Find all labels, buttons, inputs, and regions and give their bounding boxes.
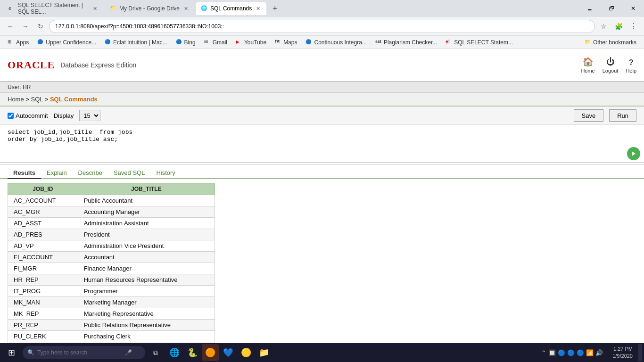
systray-up-icon[interactable]: ⌃	[541, 349, 546, 356]
mic-icon: 🎤	[125, 349, 132, 356]
taskbar-app-snake[interactable]: 🐍	[184, 344, 201, 361]
oracle-text: ORACLE	[8, 59, 55, 71]
forward-button[interactable]: →	[19, 20, 32, 33]
cell-job-title: Accounting Manager	[78, 206, 215, 218]
volume-icon[interactable]: 🔊	[595, 349, 603, 356]
bookmark-star[interactable]: ☆	[597, 20, 610, 33]
tab-describe[interactable]: Describe	[73, 167, 108, 178]
task-view-button[interactable]: ⧉	[147, 344, 164, 361]
breadcrumb-sql[interactable]: SQL	[31, 96, 43, 103]
back-button[interactable]: ←	[4, 20, 17, 33]
breadcrumb-home[interactable]: Home	[8, 96, 24, 103]
table-row: AD_PRESPresident	[8, 229, 215, 240]
tab-saved-sql[interactable]: Saved SQL	[108, 167, 151, 178]
cell-job-id: AC_ACCOUNT	[8, 195, 78, 206]
search-icon: 🔍	[27, 349, 34, 356]
bookmark-maps[interactable]: 🗺 Maps	[271, 38, 301, 47]
new-tab-button[interactable]: +	[268, 2, 281, 15]
autocommit-container: Autocommit	[8, 112, 48, 119]
apex-header: ORACLE Database Express Edition 🏠 Home ⏻…	[0, 49, 644, 82]
search-bar[interactable]: 🔍 🎤	[23, 346, 145, 359]
display-select[interactable]: 5 10 15 25 50	[79, 110, 100, 121]
taskbar-clock[interactable]: 1:27 PM 1/9/2020	[609, 346, 636, 360]
tab1-close[interactable]: ✕	[91, 5, 99, 12]
tab3-close[interactable]: ✕	[255, 5, 262, 12]
bookmark-upper[interactable]: 🔵 Upper Confidence...	[33, 38, 100, 47]
tab-explain[interactable]: Explain	[41, 167, 73, 178]
systray-icon-2: 🔲	[548, 349, 556, 356]
run-icon-button[interactable]	[627, 147, 640, 160]
sql-editor-area: select job_id,job_title from jobs order …	[0, 125, 644, 165]
tab1-label: SQL SELECT Statement | SQL SEL...	[18, 2, 89, 15]
help-nav-item[interactable]: ? Help	[626, 58, 636, 74]
tab-sql-commands[interactable]: 🌐 SQL Commands ✕	[196, 2, 266, 15]
tabs-container: e! SQL SELECT Statement | SQL SEL... ✕ 📁…	[4, 2, 640, 15]
window-controls: 🗕 🗗 ✕	[579, 0, 644, 17]
upper-favicon: 🔵	[37, 39, 44, 46]
results-tabs: Results Explain Describe Saved SQL Histo…	[0, 165, 644, 179]
tab-results[interactable]: Results	[8, 167, 41, 179]
home-nav-item[interactable]: 🏠 Home	[581, 57, 594, 74]
systray: ⌃ 🔲 🔵 🔵 🔵 📶 🔊	[537, 349, 607, 356]
search-input[interactable]	[37, 349, 122, 356]
bookmarks-bar: ⊞ Apps 🔵 Upper Confidence... 🔵 Eclat Int…	[0, 36, 644, 49]
plagiarism-favicon: sst	[375, 39, 382, 46]
sql-editor[interactable]: select job_id,job_title from jobs order …	[0, 125, 644, 163]
autocommit-checkbox[interactable]	[8, 113, 14, 119]
display-label: Display	[54, 112, 74, 119]
apex-nav-icons: 🏠 Home ⏻ Logout ? Help	[581, 57, 636, 74]
bookmark-apps[interactable]: ⊞ Apps	[4, 38, 33, 47]
col-job-title: JOB_TITLE	[78, 183, 215, 195]
reload-button[interactable]: ↻	[34, 20, 47, 33]
bookmark-youtube[interactable]: ▶ YouTube	[232, 38, 270, 47]
systray-icon-3: 🔵	[558, 349, 565, 356]
table-row: HR_REPHuman Resources Representative	[8, 274, 215, 286]
eclat-favicon: 🔵	[105, 39, 111, 46]
table-row: AC_ACCOUNTPublic Accountant	[8, 195, 215, 206]
start-button[interactable]: ⊞	[2, 344, 21, 361]
save-button[interactable]: Save	[574, 109, 604, 122]
taskbar-chrome[interactable]: 🌐	[166, 344, 183, 361]
cell-job-title: Marketing Representative	[78, 308, 215, 320]
run-button[interactable]: Run	[609, 109, 636, 122]
taskbar-app-orange[interactable]: 🟠	[202, 344, 219, 361]
results-table-wrapper: JOB_ID JOB_TITLE AC_ACCOUNTPublic Accoun…	[0, 179, 644, 343]
bookmark-bing[interactable]: 🔵 Bing	[172, 38, 199, 47]
browser-menu-button[interactable]: ⋮	[627, 20, 640, 33]
browser-window: e! SQL SELECT Statement | SQL SEL... ✕ 📁…	[0, 0, 644, 343]
cell-job-title: Accountant	[78, 252, 215, 263]
taskbar-vscode[interactable]: 💙	[220, 344, 237, 361]
youtube-favicon: ▶	[236, 39, 242, 46]
minimize-button[interactable]: 🗕	[579, 0, 601, 17]
cell-job-id: MK_REP	[8, 308, 78, 320]
bookmark-other[interactable]: 📁 Other bookmarks	[581, 38, 640, 47]
user-bar: User: HR	[0, 82, 644, 93]
bookmark-sqlsel[interactable]: e! SQL SELECT Statem...	[442, 38, 517, 47]
close-button[interactable]: ✕	[622, 0, 644, 17]
maps-label: Maps	[283, 39, 297, 46]
gmail-label: Gmail	[213, 39, 227, 46]
taskbar-apps: 🌐 🐍 🟠 💙 🟡 📁	[166, 344, 272, 361]
bookmark-ci[interactable]: 🔵 Continuous Integra...	[302, 38, 370, 47]
apps-label: Apps	[16, 39, 29, 46]
cell-job-id: AD_VP	[8, 240, 78, 252]
bing-favicon: 🔵	[176, 39, 182, 46]
bookmark-eclat[interactable]: 🔵 Eclat Intuition | Mac...	[101, 38, 171, 47]
extensions-button[interactable]: 🧩	[612, 20, 625, 33]
taskbar-explorer[interactable]: 📁	[256, 344, 272, 361]
show-desktop-button[interactable]	[638, 344, 642, 361]
cell-job-id: AD_PRES	[8, 229, 78, 240]
address-bar[interactable]	[49, 20, 595, 33]
restore-button[interactable]: 🗗	[601, 0, 622, 17]
maps-favicon: 🗺	[275, 39, 281, 46]
logout-nav-item[interactable]: ⏻ Logout	[603, 57, 619, 74]
tab-sql-select[interactable]: e! SQL SELECT Statement | SQL SEL... ✕	[4, 2, 103, 15]
tab-history[interactable]: History	[150, 167, 181, 178]
taskbar-sticky[interactable]: 🟡	[238, 344, 255, 361]
network-icon[interactable]: 📶	[586, 349, 594, 356]
bookmark-gmail[interactable]: ✉ Gmail	[200, 38, 231, 47]
tab-google-drive[interactable]: 📁 My Drive - Google Drive ✕	[105, 2, 194, 15]
cell-job-id: HR_REP	[8, 274, 78, 286]
tab2-close[interactable]: ✕	[182, 5, 190, 12]
bookmark-plagiarism[interactable]: sst Plagiarism Checker...	[372, 38, 441, 47]
